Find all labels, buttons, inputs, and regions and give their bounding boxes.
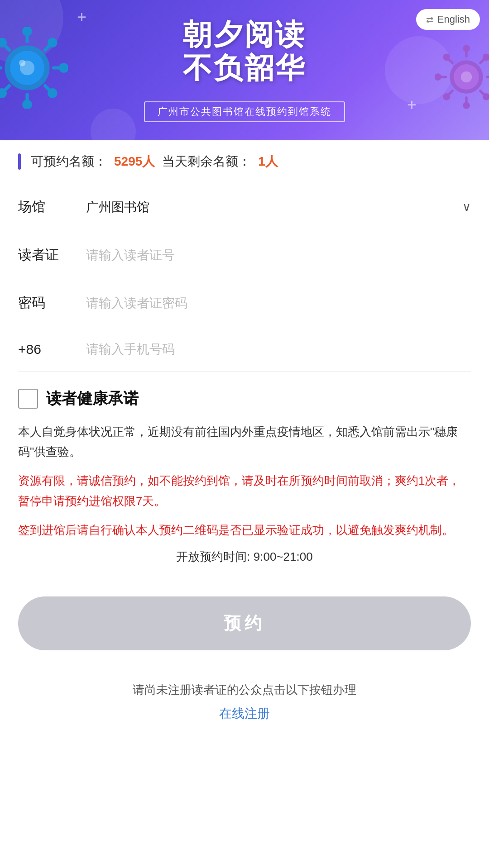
health-checkbox[interactable]: [18, 389, 38, 409]
svg-point-31: [444, 55, 449, 60]
plus-icon-1: +: [77, 9, 86, 25]
plus-icon-2: +: [407, 97, 417, 113]
svg-point-5: [24, 101, 30, 108]
svg-point-17: [49, 90, 56, 96]
svg-point-37: [484, 95, 489, 100]
password-row: 密码: [18, 279, 471, 327]
venue-name: 广州图书馆: [86, 199, 149, 216]
reader-id-input[interactable]: [86, 248, 471, 262]
quota-suffix-label: 当天剩余名额：: [162, 153, 251, 170]
booking-time: 开放预约时间: 9:00~21:00: [18, 549, 471, 565]
svg-point-35: [444, 95, 449, 100]
svg-point-19: [19, 60, 25, 66]
language-icon: ⇄: [426, 14, 434, 25]
health-title: 读者健康承诺: [46, 388, 139, 409]
svg-point-15: [0, 90, 5, 96]
svg-point-25: [464, 103, 469, 108]
health-warning2: 签到进馆后请自行确认本人预约二维码是否已显示验证成功，以避免触发爽约机制。: [18, 520, 471, 540]
virus-graphic-left: [0, 27, 68, 109]
footer: 请尚未注册读者证的公众点击以下按钮办理 在线注册: [0, 668, 489, 749]
quota-remaining: 1人: [258, 153, 278, 170]
venue-label: 场馆: [18, 198, 86, 216]
health-section: 读者健康承诺 本人自觉身体状况正常，近期没有前往国内外重点疫情地区，知悉入馆前需…: [0, 372, 489, 587]
phone-input[interactable]: [86, 342, 471, 357]
reader-id-label: 读者证: [18, 246, 86, 264]
svg-point-11: [0, 39, 5, 46]
reader-id-field-container: [86, 248, 471, 262]
reader-id-row: 读者证: [18, 231, 471, 279]
virus-graphic-right: [435, 45, 489, 109]
svg-point-33: [484, 55, 489, 60]
phone-field-container: [86, 342, 471, 357]
quota-prefix-label: 可预约名额：: [31, 153, 107, 170]
health-warning1: 资源有限，请诚信预约，如不能按约到馆，请及时在所预约时间前取消；爽约1次者，暂停…: [18, 471, 471, 510]
svg-point-9: [61, 65, 67, 71]
venue-row: 场馆 广州图书馆 ∨: [18, 183, 471, 231]
health-title-row: 读者健康承诺: [18, 388, 471, 409]
quota-total: 5295人: [114, 153, 155, 170]
submit-area: 预约: [0, 587, 489, 668]
password-input[interactable]: [86, 296, 471, 310]
quota-accent-bar: [18, 153, 21, 170]
venue-value[interactable]: 广州图书馆 ∨: [86, 199, 471, 216]
register-link[interactable]: 在线注册: [219, 706, 270, 720]
submit-button[interactable]: 预约: [18, 596, 471, 650]
health-body-text: 本人自觉身体状况正常，近期没有前往国内外重点疫情地区，知悉入馆前需出示"穗康码"…: [18, 422, 471, 462]
banner-subtitle: 广州市公共图书馆在线预约到馆系统: [144, 101, 345, 122]
language-button[interactable]: ⇄ English: [416, 9, 480, 30]
password-label: 密码: [18, 294, 86, 312]
password-field-container: [86, 296, 471, 310]
chevron-down-icon: ∨: [462, 200, 471, 214]
svg-point-38: [461, 72, 472, 83]
svg-point-13: [49, 39, 56, 46]
svg-point-3: [24, 28, 30, 34]
svg-point-23: [464, 46, 469, 51]
footer-hint: 请尚未注册读者证的公众点击以下按钮办理: [18, 682, 471, 698]
form-section: 场馆 广州图书馆 ∨ 读者证 密码 +86: [0, 183, 489, 372]
phone-row: +86: [18, 327, 471, 372]
banner: + +: [0, 0, 489, 140]
svg-point-27: [436, 75, 441, 80]
phone-prefix-label: +86: [18, 342, 86, 357]
banner-title: 朝夕阅读 不负韶华: [183, 18, 306, 85]
language-label: English: [437, 14, 470, 25]
quota-bar: 可预约名额： 5295人 当天剩余名额： 1人: [0, 140, 489, 183]
